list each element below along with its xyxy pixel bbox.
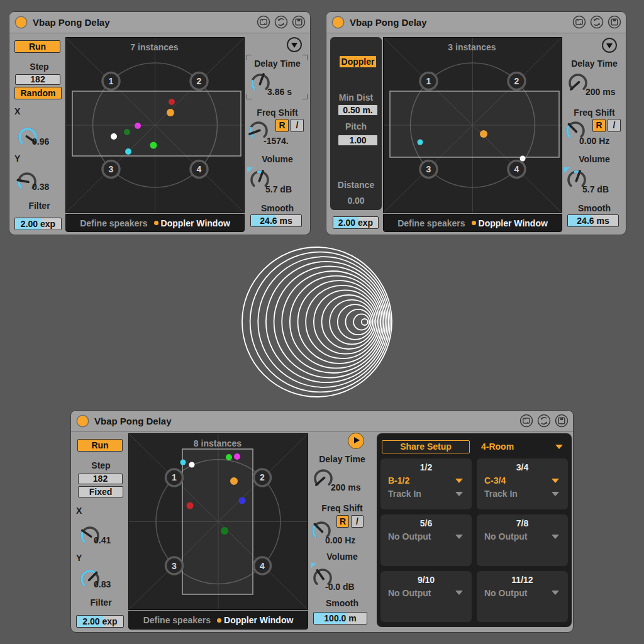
freq-shift-label: Freq Shift [308, 503, 377, 513]
svg-text:4: 4 [514, 164, 519, 174]
fold-arrow-button[interactable] [287, 37, 302, 52]
run-button[interactable]: Run [77, 439, 123, 452]
chevron-down-icon [555, 445, 563, 449]
share-setup-button[interactable]: Share Setup [382, 440, 470, 453]
doppler-window-tab[interactable]: Doppler Window [224, 615, 293, 625]
mode-select[interactable]: Fixed [78, 486, 123, 497]
smooth-label: Smooth [245, 203, 310, 213]
freq-shift-slash-button[interactable]: / [608, 119, 621, 132]
freq-shift-slash-button[interactable]: / [291, 119, 304, 132]
hot-swap-icon[interactable] [274, 15, 288, 29]
device-activator-toggle[interactable] [77, 416, 88, 426]
freq-shift-slash-button[interactable]: / [351, 515, 364, 528]
freq-shift-r-button[interactable]: R [336, 515, 349, 528]
mode-select[interactable]: Random [14, 87, 62, 99]
edit-patcher-icon[interactable] [257, 15, 270, 29]
smooth-value-box[interactable]: 24.6 ms [567, 214, 619, 227]
filter-value-box[interactable]: 2.00 exp [333, 216, 379, 229]
play-button[interactable] [348, 433, 364, 449]
save-icon[interactable] [608, 15, 621, 29]
freq-shift-r-button[interactable]: R [275, 119, 289, 132]
header-icons [572, 15, 621, 29]
svg-text:3: 3 [109, 164, 114, 174]
fold-arrow-button[interactable] [602, 38, 617, 53]
channel-pair-label: 11/12 [477, 575, 568, 585]
y-label: Y [14, 153, 20, 164]
output-routing-panel: Share Setup 4-Room 1/2B-1/2Track In3/4C-… [377, 433, 572, 627]
svg-text:3: 3 [426, 164, 431, 174]
y-label: Y [76, 553, 82, 563]
output-select[interactable]: C-3/4 [484, 475, 506, 486]
device-vbap-pong-delay-bottom: Vbap Pong Delay Run Step 182 Fixed X 0.4… [70, 410, 574, 633]
delay-time-label: Delay Time [308, 454, 377, 464]
step-value-box[interactable]: 182 [78, 474, 123, 484]
param-bracket [303, 94, 308, 99]
channel-pair-label: 5/6 [380, 518, 472, 528]
filter-value-box[interactable]: 2.00 exp [14, 218, 62, 230]
display-footer: Define speakers Doppler Window [128, 611, 308, 630]
input-select[interactable]: Track In [388, 489, 421, 499]
speaker-field-display[interactable]: 1234 [128, 433, 308, 610]
step-label: Step [9, 62, 69, 72]
pitch-value-box[interactable]: 1.00 [338, 135, 378, 146]
orange-dot-icon [154, 221, 158, 225]
hot-swap-icon[interactable] [537, 414, 551, 428]
volume-value: -0.0 dB [325, 582, 355, 592]
input-select[interactable]: Track In [484, 489, 518, 499]
smooth-value-box[interactable]: 100.0 m [313, 612, 367, 625]
filter-value-box[interactable]: 2.00 exp [76, 615, 124, 628]
hot-swap-icon[interactable] [590, 15, 604, 29]
output-select[interactable]: No Output [484, 588, 527, 598]
device-title: Vbap Pong Delay [33, 12, 110, 33]
volume-label: Volume [308, 552, 377, 562]
freq-shift-value: 0.00 Hz [325, 535, 355, 545]
delay-time-label: Delay Time [562, 58, 627, 69]
speaker-field-display[interactable]: 1234 [65, 37, 245, 213]
device-header[interactable]: Vbap Pong Delay [9, 12, 310, 33]
define-speakers-tab[interactable]: Define speakers [80, 218, 147, 228]
volume-label: Volume [562, 154, 627, 164]
save-icon[interactable] [555, 414, 569, 428]
step-value-box[interactable]: 182 [15, 74, 60, 85]
room-select[interactable]: 4-Room [481, 441, 514, 452]
chevron-down-icon [552, 591, 559, 595]
freq-shift-r-button[interactable]: R [592, 119, 606, 132]
chevron-down-icon [552, 492, 559, 496]
save-icon[interactable] [292, 15, 306, 29]
smooth-value-box[interactable]: 24.6 ms [250, 214, 302, 227]
define-speakers-tab[interactable]: Define speakers [143, 615, 211, 625]
edit-patcher-icon[interactable] [519, 414, 533, 428]
delay-time-label: Delay Time [245, 58, 310, 69]
device-vbap-pong-delay-top-right: Vbap Pong Delay Doppler Min Dist 0.50 m.… [326, 11, 626, 235]
svg-text:1: 1 [172, 472, 177, 482]
channel-pair-label: 9/10 [380, 575, 472, 585]
doppler-window-tab[interactable]: Doppler Window [479, 218, 548, 228]
channel-pair-label: 3/4 [477, 462, 568, 472]
chevron-down-icon [455, 535, 463, 539]
device-header[interactable]: Vbap Pong Delay [71, 411, 573, 432]
min-dist-value-box[interactable]: 0.50 m. [338, 104, 378, 116]
output-select[interactable]: No Output [388, 531, 431, 541]
doppler-button[interactable]: Doppler [339, 55, 377, 68]
speaker-field-display[interactable]: 1234 [383, 37, 562, 213]
orange-dot-icon [217, 618, 221, 623]
x-value: 0.96 [32, 136, 49, 147]
edit-patcher-icon[interactable] [572, 15, 586, 29]
device-activator-toggle[interactable] [16, 17, 26, 28]
filter-label: Filter [71, 597, 131, 608]
output-select[interactable]: No Output [388, 588, 431, 598]
device-activator-toggle[interactable] [333, 17, 343, 28]
header-icons [257, 15, 306, 29]
freq-shift-value: -1574. [264, 136, 289, 146]
y-value: 0.38 [32, 182, 49, 192]
doppler-window-tab[interactable]: Doppler Window [161, 218, 230, 228]
svg-text:4: 4 [197, 164, 202, 174]
output-select[interactable]: No Output [484, 531, 527, 541]
output-select[interactable]: B-1/2 [388, 475, 409, 486]
run-button[interactable]: Run [14, 40, 60, 53]
freq-shift-label: Freq Shift [562, 108, 627, 118]
output-card: 11/12No Output [477, 571, 568, 622]
x-label: X [76, 506, 82, 516]
define-speakers-tab[interactable]: Define speakers [397, 218, 465, 228]
device-header[interactable]: Vbap Pong Delay [326, 12, 626, 33]
